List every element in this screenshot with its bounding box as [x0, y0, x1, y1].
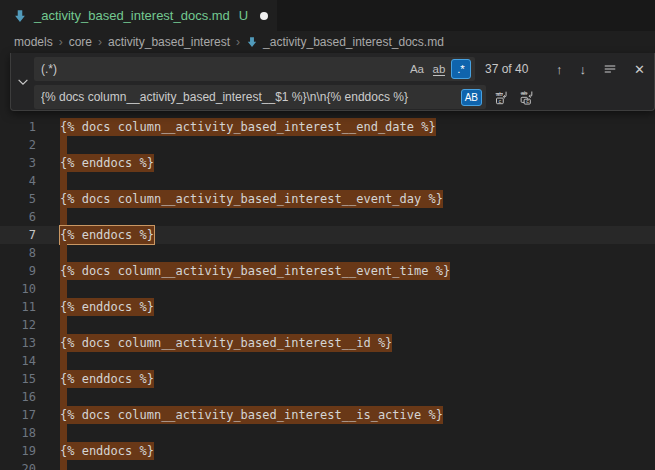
editor-line[interactable]: 16: [0, 388, 655, 406]
editor-line[interactable]: 20: [0, 460, 655, 470]
unsaved-changes-dot[interactable]: [260, 12, 268, 20]
line-number: 20: [0, 460, 36, 470]
editor-line[interactable]: 15{% enddocs %}: [0, 370, 655, 388]
line-number: 12: [0, 316, 36, 334]
editor-line[interactable]: 1{% docs column__activity_based_interest…: [0, 118, 655, 136]
regex-toggle[interactable]: .*: [451, 59, 471, 79]
git-status-badge: U: [239, 8, 248, 23]
editor-line[interactable]: 12: [0, 316, 655, 334]
editor-line[interactable]: 8: [0, 244, 655, 262]
line-number: 11: [0, 298, 36, 316]
find-match-highlight: {% enddocs %}: [60, 442, 154, 460]
editor-content[interactable]: 1{% docs column__activity_based_interest…: [0, 118, 655, 470]
line-text: {% enddocs %}: [60, 226, 154, 244]
find-match-highlight-empty-line: [60, 388, 67, 406]
line-number: 18: [0, 424, 36, 442]
editor-line[interactable]: 18: [0, 424, 655, 442]
editor-line[interactable]: 7{% enddocs %}: [0, 226, 655, 244]
find-match-highlight-empty-line: [60, 460, 67, 470]
editor-line[interactable]: 10: [0, 280, 655, 298]
line-number: 2: [0, 136, 36, 154]
line-text: {% docs column__activity_based_interest_…: [60, 334, 392, 352]
find-match-highlight-empty-line: [60, 208, 67, 226]
editor-line[interactable]: 19{% enddocs %}: [0, 442, 655, 460]
arrow-down-icon: ↓: [580, 62, 587, 77]
find-in-selection-button[interactable]: [603, 62, 617, 76]
editor-tab[interactable]: _activity_based_interest_docs.md U: [0, 0, 277, 31]
line-number: 6: [0, 208, 36, 226]
previous-match-button[interactable]: ↑: [556, 62, 563, 77]
line-number: 13: [0, 334, 36, 352]
line-text: {% docs column__activity_based_interest_…: [60, 262, 450, 280]
editor-line[interactable]: 6: [0, 208, 655, 226]
find-match-highlight: {% docs column__activity_based_interest_…: [60, 406, 443, 424]
find-match-highlight-empty-line: [60, 352, 67, 370]
editor-line[interactable]: 9{% docs column__activity_based_interest…: [0, 262, 655, 280]
line-number: 9: [0, 262, 36, 280]
line-text: {% enddocs %}: [60, 298, 154, 316]
find-match-highlight: {% docs column__activity_based_interest_…: [60, 334, 392, 352]
chevron-right-icon: ›: [236, 35, 240, 49]
whole-word-toggle[interactable]: ab: [429, 59, 449, 79]
find-match-highlight-empty-line: [60, 316, 67, 334]
find-match-highlight-empty-line: [60, 244, 67, 262]
next-match-button[interactable]: ↓: [580, 62, 587, 77]
chevron-right-icon: ›: [59, 35, 63, 49]
editor-line[interactable]: 3{% enddocs %}: [0, 154, 655, 172]
selection-lines-icon: [603, 62, 617, 76]
editor-line[interactable]: 13{% docs column__activity_based_interes…: [0, 334, 655, 352]
tab-bar: _activity_based_interest_docs.md U: [0, 0, 655, 31]
line-number: 10: [0, 280, 36, 298]
breadcrumb-item-core[interactable]: core: [69, 35, 92, 49]
line-number: 7: [0, 226, 36, 244]
arrow-up-icon: ↑: [556, 62, 563, 77]
find-match-highlight-empty-line: [60, 424, 67, 442]
find-input-value: (.*): [41, 62, 405, 76]
find-match-highlight-empty-line: [60, 172, 67, 190]
preserve-case-toggle[interactable]: AB: [461, 89, 482, 106]
editor-line[interactable]: 2: [0, 136, 655, 154]
find-match-highlight-empty-line: [60, 136, 67, 154]
markdown-file-icon: [246, 36, 258, 48]
replace-one-button[interactable]: ab c: [495, 90, 510, 105]
chevron-down-icon: [16, 75, 30, 89]
line-text: {% enddocs %}: [60, 442, 154, 460]
line-text: {% docs column__activity_based_interest_…: [60, 190, 443, 208]
line-number: 5: [0, 190, 36, 208]
current-find-match: {% enddocs %}: [60, 226, 154, 244]
line-number: 14: [0, 352, 36, 370]
replace-input[interactable]: {% docs column__activity_based_interest_…: [34, 85, 486, 109]
line-text: {% enddocs %}: [60, 370, 154, 388]
breadcrumb-item-file[interactable]: _activity_based_interest_docs.md: [263, 35, 444, 49]
line-number: 16: [0, 388, 36, 406]
line-number: 17: [0, 406, 36, 424]
find-replace-widget: (.*) Aa ab .* 37 of 40 ↑ ↓ ✕ {% docs col…: [10, 53, 655, 111]
line-text: {% enddocs %}: [60, 154, 154, 172]
line-text: {% docs column__activity_based_interest_…: [60, 118, 436, 136]
close-find-widget-button[interactable]: ✕: [634, 62, 645, 77]
editor-line[interactable]: 17{% docs column__activity_based_interes…: [0, 406, 655, 424]
editor-line[interactable]: 14: [0, 352, 655, 370]
editor-line[interactable]: 11{% enddocs %}: [0, 298, 655, 316]
editor-line[interactable]: 4: [0, 172, 655, 190]
line-number: 4: [0, 172, 36, 190]
breadcrumb-item-activity-based-interest[interactable]: activity_based_interest: [108, 35, 230, 49]
find-match-highlight-empty-line: [60, 280, 67, 298]
close-icon: ✕: [634, 62, 645, 77]
find-match-highlight: {% enddocs %}: [60, 370, 154, 388]
line-number: 1: [0, 118, 36, 136]
find-match-highlight: {% docs column__activity_based_interest_…: [60, 262, 450, 280]
breadcrumb: models › core › activity_based_interest …: [0, 31, 655, 53]
find-input[interactable]: (.*) Aa ab .*: [34, 57, 475, 81]
find-match-highlight: {% docs column__activity_based_interest_…: [60, 190, 443, 208]
markdown-file-icon: [13, 9, 27, 23]
toggle-replace-button[interactable]: [14, 73, 32, 91]
replace-action-buttons: ab c ab c: [495, 86, 535, 108]
line-number: 19: [0, 442, 36, 460]
find-nav-buttons: ↑ ↓ ✕: [556, 57, 645, 81]
tab-filename: _activity_based_interest_docs.md: [34, 8, 230, 23]
match-case-toggle[interactable]: Aa: [407, 59, 427, 79]
replace-all-button[interactable]: ab c: [520, 90, 535, 105]
editor-line[interactable]: 5{% docs column__activity_based_interest…: [0, 190, 655, 208]
breadcrumb-item-models[interactable]: models: [14, 35, 53, 49]
